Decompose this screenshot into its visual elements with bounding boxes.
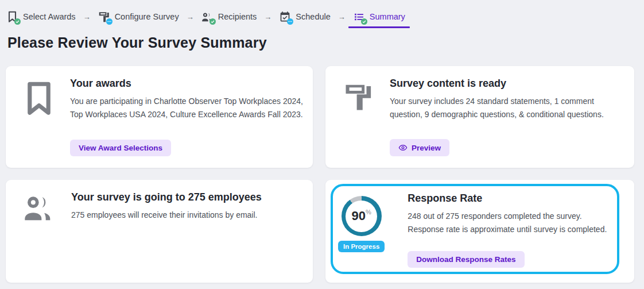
recipients-card-body: 275 employees will receive their invitat… [71,209,307,222]
stepper-arrow-icon: → [83,13,91,21]
recipients-card-content: Your survey is going to 275 employees 27… [71,191,307,271]
step-summary[interactable]: Summary [353,11,405,23]
awards-card-title: Your awards [70,78,307,90]
preview-label: Preview [412,144,441,152]
wizard-stepper: Select Awards → Configure Survey → Recip… [0,0,644,26]
completed-badge-icon [210,18,216,25]
awards-card-content: Your awards You are participating in Cha… [70,78,307,156]
people-icon [23,191,56,271]
download-response-rates-label: Download Response Rates [416,255,515,264]
bookmark-icon [23,78,55,156]
view-award-selections-button[interactable]: View Award Selections [70,140,171,156]
stepper-arrow-icon: → [187,13,194,21]
response-rate-donut: 90% [342,196,382,236]
paint-roller-icon [98,11,110,23]
response-rate-card-title: Response Rate [408,192,617,205]
page-title: Please Review Your Survey Summary [7,34,644,51]
response-rate-percent: 90 [352,210,366,222]
survey-summary-page: Select Awards → Configure Survey → Recip… [0,0,644,289]
response-rate-card-body: 248 out of 275 responders completed the … [408,210,617,236]
completed-badge-icon [14,18,21,25]
status-badge: In Progress [338,241,385,252]
preview-button[interactable]: Preview [390,139,449,156]
bookmark-icon [6,11,18,23]
step-label: Recipients [218,12,257,21]
survey-content-card-content: Survey content is ready Your survey incl… [390,78,629,156]
response-rate-donut-column: 90% In Progress [338,192,385,268]
summary-cards-grid: Your awards You are participating in Cha… [6,66,634,283]
step-configure-survey[interactable]: Configure Survey [98,11,179,23]
donut-center: 90% [346,201,377,232]
recipients-card: Your survey is going to 275 employees 27… [6,180,313,283]
awards-card-body: You are participating in Charlotte Obser… [70,95,307,121]
stepper-arrow-icon: → [264,13,271,21]
response-rate-card-content: Response Rate 248 out of 275 responders … [408,192,617,268]
survey-content-card-body: Your survey includes 24 standard stateme… [390,95,629,121]
in-progress-badge-icon [106,18,112,25]
survey-content-card: Survey content is ready Your survey incl… [325,66,634,168]
list-icon [353,11,365,23]
step-schedule[interactable]: Schedule [279,11,330,23]
step-recipients[interactable]: Recipients [201,11,257,23]
completed-badge-icon [361,18,367,25]
response-rate-card: 90% In Progress Response Rate 248 out of… [325,180,634,283]
step-select-awards[interactable]: Select Awards [6,11,76,23]
download-response-rates-button[interactable]: Download Response Rates [408,251,524,268]
step-label: Configure Survey [115,12,179,21]
recipients-card-title: Your survey is going to 275 employees [71,191,307,203]
survey-content-card-title: Survey content is ready [390,78,629,90]
awards-card: Your awards You are participating in Cha… [6,66,313,168]
people-icon [201,11,214,23]
step-label: Summary [370,12,405,21]
paint-roller-icon [343,78,375,156]
stepper-arrow-icon: → [338,13,346,21]
eye-icon [398,143,408,152]
in-progress-badge-icon [287,18,293,25]
step-label: Select Awards [23,12,76,21]
calendar-check-icon [279,11,291,23]
step-label: Schedule [296,12,330,21]
view-award-selections-label: View Award Selections [79,144,162,152]
percent-symbol: % [366,209,371,215]
